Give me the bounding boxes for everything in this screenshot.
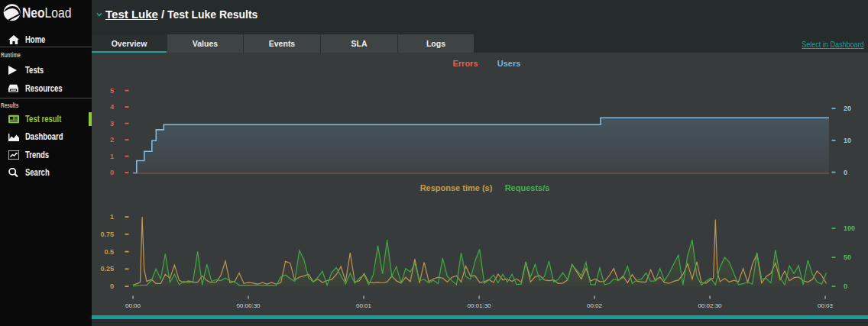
- svg-text:0.25: 0.25: [100, 265, 114, 273]
- svg-text:20: 20: [844, 105, 851, 112]
- svg-text:3: 3: [110, 120, 114, 127]
- svg-text:00:00:30: 00:00:30: [236, 302, 261, 309]
- svg-text:5: 5: [110, 87, 114, 95]
- svg-text:1: 1: [110, 213, 114, 221]
- svg-text:100: 100: [844, 224, 855, 232]
- svg-text:0: 0: [844, 282, 847, 290]
- svg-text:00:01: 00:01: [356, 302, 372, 309]
- svg-text:00:03: 00:03: [818, 302, 834, 309]
- svg-text:Requests/s: Requests/s: [505, 183, 550, 192]
- svg-text:00:02:30: 00:02:30: [698, 302, 722, 309]
- svg-text:0: 0: [110, 282, 114, 290]
- svg-text:00:00: 00:00: [125, 302, 141, 309]
- svg-text:0.75: 0.75: [100, 231, 114, 238]
- svg-text:00:01:30: 00:01:30: [467, 302, 491, 309]
- svg-text:1: 1: [110, 153, 114, 160]
- svg-text:Response time (s): Response time (s): [420, 183, 493, 192]
- svg-text:Errors: Errors: [452, 59, 478, 68]
- svg-text:50: 50: [844, 253, 851, 261]
- svg-text:0: 0: [110, 169, 114, 176]
- svg-text:Users: Users: [497, 59, 521, 68]
- svg-text:4: 4: [110, 103, 114, 111]
- svg-text:0: 0: [844, 169, 847, 176]
- svg-text:10: 10: [844, 137, 851, 144]
- svg-text:0.5: 0.5: [104, 248, 114, 256]
- svg-text:00:02: 00:02: [587, 302, 603, 309]
- svg-text:2: 2: [110, 136, 114, 144]
